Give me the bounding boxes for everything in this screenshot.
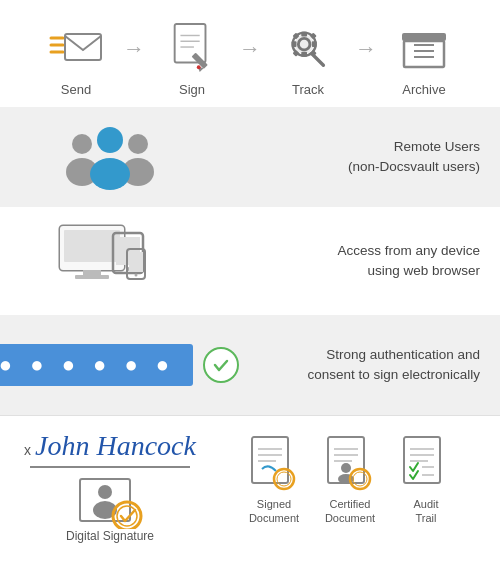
svg-rect-43: [129, 252, 143, 272]
svg-line-21: [312, 54, 324, 66]
svg-point-28: [72, 134, 92, 154]
send-label: Send: [61, 82, 91, 97]
certified-document: CertifiedDocument: [316, 435, 384, 526]
remote-users-text: Remote Users (non-Docsvault users): [200, 137, 480, 178]
track-icon: [278, 18, 338, 78]
device-icon: [20, 221, 200, 301]
signature-line: [30, 466, 190, 468]
svg-point-44: [135, 274, 138, 277]
signed-document: SignedDocument: [240, 435, 308, 526]
track-label: Track: [292, 82, 324, 97]
workflow-step-archive: Archive: [379, 18, 469, 97]
strong-auth-section: ● ● ● ● ● ● Strong authentication and co…: [0, 315, 500, 415]
audit-trail-label: AuditTrail: [413, 497, 438, 526]
signature-x: x: [24, 442, 31, 458]
svg-point-30: [128, 134, 148, 154]
archive-label: Archive: [402, 82, 445, 97]
sign-icon: [162, 18, 222, 78]
send-icon: [46, 18, 106, 78]
digital-signature-label: Digital Signature: [66, 529, 154, 543]
certified-doc-label: CertifiedDocument: [325, 497, 375, 526]
svg-rect-4: [175, 24, 206, 63]
svg-point-32: [97, 127, 123, 153]
strong-auth-text: Strong authentication and consent to sig…: [200, 345, 480, 386]
arrow-2: →: [239, 36, 261, 80]
svg-rect-3: [65, 34, 101, 60]
remote-users-section: Remote Users (non-Docsvault users): [0, 107, 500, 207]
any-device-text: Access from any device using web browser: [200, 241, 480, 282]
sign-label: Sign: [179, 82, 205, 97]
workflow-bar: Send → Sign →: [0, 0, 500, 107]
svg-point-10: [197, 65, 201, 69]
svg-rect-64: [404, 437, 440, 483]
svg-point-60: [341, 463, 351, 473]
signed-doc-label: SignedDocument: [249, 497, 299, 526]
svg-point-33: [90, 158, 130, 190]
password-icon-area: ● ● ● ● ● ●: [20, 344, 200, 386]
svg-point-46: [98, 485, 112, 499]
signature-name: John Hancock: [35, 430, 196, 462]
svg-rect-36: [64, 230, 120, 262]
svg-rect-38: [75, 275, 109, 279]
remote-users-icon: [20, 122, 200, 192]
password-field[interactable]: ● ● ● ● ● ●: [0, 344, 193, 386]
workflow-step-sign: Sign: [147, 18, 237, 97]
svg-rect-37: [83, 270, 101, 275]
arrow-1: →: [123, 36, 145, 80]
document-types-area: SignedDocument CertifiedDocument: [210, 430, 490, 526]
digital-signature-area: x John Hancock Digital Signature: [10, 430, 210, 543]
workflow-step-track: Track: [263, 18, 353, 97]
any-device-section: Access from any device using web browser: [0, 207, 500, 315]
workflow-step-send: Send: [31, 18, 121, 97]
signature-section: x John Hancock Digital Signature: [0, 415, 500, 553]
svg-rect-50: [252, 437, 288, 483]
arrow-3: →: [355, 36, 377, 80]
audit-trail: AuditTrail: [392, 435, 460, 526]
archive-icon: [394, 18, 454, 78]
